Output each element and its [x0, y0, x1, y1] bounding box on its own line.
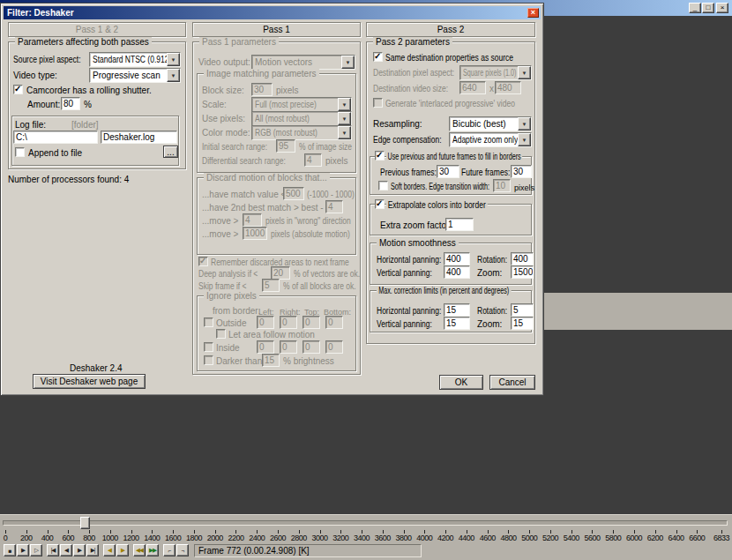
play-input-button[interactable]: ▶ [17, 544, 29, 556]
limit-horizontal-input[interactable]: 15 [444, 303, 470, 317]
append-to-file-label: Append to file [28, 148, 82, 159]
frame-status: Frame 772 (0.00.24.908) [K] [194, 544, 422, 557]
visit-website-button[interactable]: Visit Deshaker web page [33, 374, 146, 389]
append-to-file-checkbox[interactable]: ✓ [15, 147, 25, 157]
frame-forward-button[interactable]: ▶ [73, 544, 86, 556]
ruler-tick-label: 600 [63, 534, 75, 542]
ok-label: OK [455, 377, 467, 387]
limit-zoom-input[interactable]: 15 [511, 317, 534, 330]
frame-back-button[interactable]: ◀ [60, 544, 72, 556]
smooth-horizontal-label: Horizontal panning: [377, 255, 441, 265]
limit-rotation-input[interactable]: 5 [511, 303, 534, 317]
dest-size-label: Destination video size: [373, 84, 448, 94]
scene-forward-button[interactable]: ▶▶ [146, 544, 159, 556]
darker-than-label: Darker than [216, 356, 262, 367]
same-destination-checkbox[interactable]: ✓ [373, 52, 383, 62]
maximize-button[interactable]: □ [702, 3, 714, 13]
chevron-down-icon[interactable]: ▼ [518, 117, 531, 131]
transport-buttons: ■▶▷|◀◀▶▶|◀▶◀◀▶▶⌐¬ [0, 544, 190, 557]
ruler-tick-label: 3400 [354, 534, 370, 542]
limit-vertical-input[interactable]: 15 [444, 317, 470, 330]
go-to-start-button[interactable]: |◀ [47, 544, 59, 556]
timeline-thumb[interactable] [80, 517, 90, 529]
smooth-vertical-input[interactable]: 400 [444, 265, 470, 279]
rolling-shutter-checkbox[interactable]: ✓ [13, 85, 23, 94]
header-pass-2: Pass 2 [366, 22, 535, 37]
browse-button[interactable]: ... [163, 146, 178, 158]
ruler-tick-label: 2400 [249, 534, 265, 542]
move-abs-input: 1000 [243, 227, 267, 240]
smooth-horizontal-input[interactable]: 400 [444, 252, 470, 265]
move-wrong-unit: pixels in "wrong" direction [265, 216, 351, 227]
dest-size-x-label: x [489, 84, 494, 94]
go-to-end-button[interactable]: ▶| [86, 544, 99, 556]
soft-borders-width-input: 10 [493, 179, 511, 192]
use-pixels-label: Use pixels: [202, 114, 245, 124]
group-title: Ignore pixels [204, 291, 259, 301]
next-keyframe-button[interactable]: ▶ [116, 544, 129, 556]
smooth-rotation-input[interactable]: 400 [511, 252, 534, 265]
deshaker-dialog: Filter: Deshaker × Pass 1 & 2 Pass 1 Pas… [0, 3, 544, 396]
stop-button[interactable]: ■ [4, 544, 16, 556]
deep-analysis-label: Deep analysis if < [198, 269, 258, 280]
play-output-button[interactable]: ▷ [30, 544, 42, 556]
log-folder-input[interactable]: C:\ [13, 131, 98, 144]
previous-frames-input[interactable]: 30 [437, 165, 459, 178]
ok-button[interactable]: OK [439, 375, 483, 390]
future-frames-label: Future frames: [461, 168, 510, 178]
extra-zoom-input[interactable]: 1 [445, 218, 474, 231]
extrapolate-label: Extrapolate colors into border [386, 200, 487, 211]
visit-website-label: Visit Deshaker web page [41, 377, 138, 386]
scene-reverse-button[interactable]: ◀◀ [133, 544, 146, 556]
inside-top-input: 0 [303, 340, 320, 354]
minimize-button[interactable]: _ [689, 3, 701, 13]
amount-input[interactable]: 80 [61, 97, 80, 110]
mark-in-button[interactable]: ⌐ [163, 544, 176, 556]
source-pixel-aspect-select[interactable]: Standard NTSC (0.912)▼ [89, 52, 181, 67]
soft-borders-checkbox[interactable]: ✓ [378, 181, 388, 190]
prev-keyframe-button[interactable]: ◀ [103, 544, 116, 556]
fill-borders-checkbox[interactable]: ✓ [375, 151, 385, 161]
limit-zoom-label: Zoom: [477, 319, 502, 330]
scale-label: Scale: [202, 100, 227, 110]
group-title: Max. correction limits (in percent and d… [377, 286, 511, 295]
chevron-down-icon: ▼ [518, 66, 531, 79]
amount-label: Amount: [27, 100, 60, 110]
second-best-input: 4 [325, 200, 343, 213]
smooth-zoom-input[interactable]: 1500 [511, 265, 534, 279]
group-title: Pass 2 parameters [373, 37, 452, 47]
edge-compensation-select[interactable]: Adaptive zoom only▼ [449, 132, 532, 147]
ruler-tick-label: 4600 [480, 534, 496, 542]
interlaced-progressive-label: Generate 'interlaced progressive' video [385, 99, 515, 109]
timeline-slider-track[interactable] [3, 520, 728, 526]
chevron-down-icon[interactable]: ▼ [167, 69, 180, 82]
dialog-close-button[interactable]: × [527, 8, 539, 18]
soft-borders-unit: pixels [514, 183, 534, 193]
browse-label: ... [167, 147, 174, 157]
chevron-down-icon[interactable]: ▼ [518, 133, 531, 146]
ruler-tick-label: 1000 [102, 534, 118, 542]
resampling-select[interactable]: Bicubic (best)▼ [449, 116, 532, 131]
extrapolate-checkbox[interactable]: ✓ [375, 199, 385, 209]
ruler-tick-label: 5600 [584, 534, 600, 542]
mark-out-button[interactable]: ¬ [176, 544, 189, 556]
source-pixel-aspect-label: Source pixel aspect: [13, 55, 81, 65]
ruler-tick-label: 5200 [542, 534, 558, 542]
ruler-tick-label: 4400 [459, 534, 474, 542]
log-file-label: Log file: [15, 120, 46, 131]
video-type-value: Progressive scan [93, 71, 161, 81]
log-file-input[interactable]: Deshaker.log [101, 131, 177, 144]
future-frames-input[interactable]: 30 [511, 165, 532, 178]
video-type-select[interactable]: Progressive scan▼ [89, 68, 181, 83]
cancel-button[interactable]: Cancel [489, 375, 535, 390]
dialog-titlebar[interactable]: Filter: Deshaker × [4, 6, 541, 19]
deep-analysis-input: 20 [271, 266, 290, 280]
chevron-down-icon[interactable]: ▼ [167, 53, 180, 66]
ruler-tick-label: 2600 [270, 534, 286, 542]
video-output-label: Video output: [198, 57, 250, 68]
fill-borders-label: Use previous and future frames to fill i… [386, 152, 522, 162]
match-value-input: 500 [283, 187, 304, 200]
close-window-button[interactable]: × [716, 3, 728, 13]
ruler-tick-label: 6600 [689, 534, 705, 542]
ruler-tick-label: 6400 [669, 534, 684, 542]
